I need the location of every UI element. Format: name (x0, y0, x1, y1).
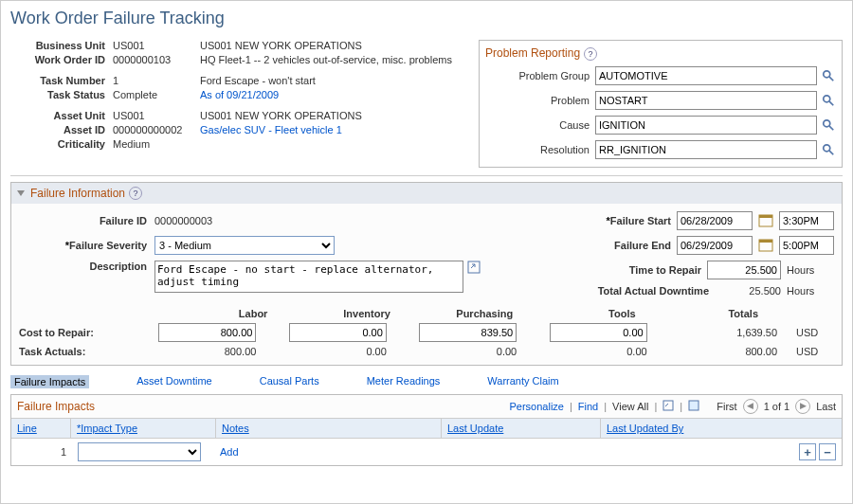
label-asset-id: Asset ID (10, 124, 113, 135)
label-time-to-repair: Time to Repair (559, 264, 701, 276)
delete-row-button[interactable]: − (819, 443, 836, 460)
svg-rect-11 (759, 240, 772, 243)
col-notes[interactable]: Notes (216, 419, 442, 438)
svg-point-0 (824, 71, 830, 78)
col-line[interactable]: Line (11, 419, 71, 438)
collapse-icon[interactable] (17, 190, 25, 196)
value-actual-inventory: 0.00 (275, 346, 405, 357)
select-impact-type[interactable] (78, 442, 201, 461)
col-last-update[interactable]: Last Update (442, 419, 601, 438)
input-problem[interactable] (595, 91, 817, 110)
tab-failure-impacts[interactable]: Failure Impacts (10, 375, 89, 388)
lookup-icon[interactable] (821, 142, 836, 157)
svg-rect-14 (689, 401, 699, 410)
col-last-updated-by[interactable]: Last Updated By (601, 419, 842, 438)
label-task-actuals: Task Actuals: (19, 346, 145, 357)
page-title: Work Order Failure Tracking (10, 9, 843, 28)
help-icon[interactable]: ? (129, 187, 142, 200)
value-total-downtime: 25.500 (715, 285, 781, 297)
value-actual-purchasing: 0.00 (406, 346, 535, 357)
label-cause: Cause (485, 119, 590, 131)
lookup-icon[interactable] (821, 117, 836, 133)
input-failure-start-time[interactable] (779, 211, 834, 230)
tab-meter-readings[interactable]: Meter Readings (367, 375, 441, 388)
svg-point-4 (824, 120, 830, 127)
input-tools[interactable] (550, 323, 647, 342)
svg-line-1 (829, 77, 833, 81)
input-inventory[interactable] (289, 323, 387, 342)
grid-title: Failure Impacts (17, 400, 95, 413)
label-failure-start: Failure Start (529, 215, 671, 226)
desc-business-unit: US001 NEW YORK OPERATIONS (200, 40, 465, 51)
link-add-notes[interactable]: Add (220, 446, 239, 458)
lookup-icon[interactable] (821, 93, 836, 108)
svg-line-3 (829, 101, 833, 105)
input-description[interactable] (154, 261, 463, 293)
input-purchasing[interactable] (419, 323, 517, 342)
svg-line-7 (829, 151, 833, 154)
next-icon[interactable]: ▶ (795, 399, 810, 414)
label-criticality: Criticality (10, 138, 113, 150)
input-resolution[interactable] (595, 140, 817, 159)
calendar-icon[interactable] (758, 238, 773, 253)
col-purchasing: Purchasing (409, 308, 532, 319)
svg-line-5 (829, 126, 833, 130)
label-failure-severity: Failure Severity (19, 240, 154, 251)
zoom-icon[interactable] (662, 400, 674, 413)
label-description: Description (19, 261, 154, 272)
calendar-icon[interactable] (758, 213, 773, 228)
value-total-repair: 1,639.50 (666, 327, 796, 338)
label-work-order-id: Work Order ID (10, 54, 113, 65)
label-problem: Problem (485, 95, 590, 106)
failure-information-section: Failure Information? Failure ID 00000000… (10, 182, 843, 366)
prev-icon[interactable]: ◀ (743, 399, 758, 414)
link-find[interactable]: Find (578, 401, 598, 412)
label-failure-end: Failure End (529, 240, 671, 251)
link-as-of[interactable]: As of 09/21/2009 (200, 89, 465, 100)
expand-icon[interactable] (467, 261, 481, 274)
value-actual-labor: 800.00 (145, 346, 275, 357)
select-failure-severity[interactable]: 3 - Medium (154, 236, 335, 255)
svg-rect-12 (468, 261, 480, 273)
input-failure-end-time[interactable] (779, 236, 834, 255)
add-row-button[interactable]: + (799, 443, 816, 460)
desc-work-order: HQ Fleet-1 -- 2 vehicles out-of-service,… (200, 54, 465, 65)
label-task-status: Task Status (10, 89, 113, 100)
label-problem-group: Problem Group (485, 70, 590, 81)
link-personalize[interactable]: Personalize (510, 401, 564, 412)
currency: USD (796, 346, 834, 357)
input-cause[interactable] (595, 116, 817, 135)
input-labor[interactable] (158, 323, 256, 342)
svg-rect-13 (663, 401, 673, 410)
cell-line: 1 (17, 446, 72, 458)
label-count: 1 of 1 (764, 401, 790, 412)
failure-impacts-grid: Failure Impacts Personalize| Find| View … (10, 394, 843, 466)
input-failure-start-date[interactable] (677, 211, 753, 230)
label-task-number: Task Number (10, 75, 113, 86)
input-time-to-repair[interactable] (707, 261, 781, 279)
value-business-unit: US001 (113, 40, 200, 51)
tab-asset-downtime[interactable]: Asset Downtime (136, 375, 211, 388)
table-row: 1 Add + − (11, 439, 842, 465)
value-actual-total: 800.00 (666, 346, 796, 357)
link-view-all[interactable]: View All (612, 401, 648, 412)
col-tools: Tools (532, 308, 654, 319)
value-task-number: 1 (113, 75, 200, 86)
tab-causal-parts[interactable]: Causal Parts (260, 375, 319, 388)
help-icon[interactable]: ? (584, 47, 597, 61)
value-task-status: Complete (113, 89, 200, 100)
value-actual-tools: 0.00 (535, 346, 665, 357)
label-last: Last (816, 401, 836, 412)
svg-point-2 (824, 96, 830, 102)
download-icon[interactable] (688, 400, 699, 413)
col-totals: Totals (655, 308, 777, 319)
tab-warranty-claim[interactable]: Warranty Claim (487, 375, 558, 388)
lookup-icon[interactable] (821, 68, 836, 83)
link-asset-desc[interactable]: Gas/elec SUV - Fleet vehicle 1 (200, 124, 465, 135)
input-problem-group[interactable] (595, 66, 817, 85)
value-criticality: Medium (113, 138, 200, 150)
input-failure-end-date[interactable] (677, 236, 753, 255)
problem-reporting-title: Problem Reporting (485, 46, 580, 60)
desc-asset-unit: US001 NEW YORK OPERATIONS (200, 110, 465, 121)
col-impact-type[interactable]: *Impact Type (71, 419, 216, 438)
